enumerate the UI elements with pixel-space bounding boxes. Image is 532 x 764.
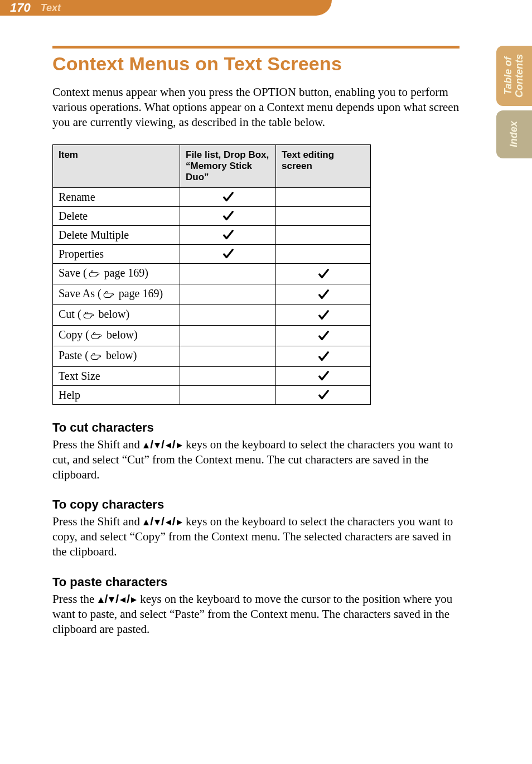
pointing-hand-icon <box>88 268 100 281</box>
file-list-cell <box>180 284 276 304</box>
item-ref: below <box>99 308 126 320</box>
item-cell: Rename <box>53 187 180 206</box>
pointing-hand-icon <box>90 351 102 364</box>
file-list-cell <box>180 385 276 404</box>
text-editing-cell <box>276 304 371 325</box>
item-label: Save <box>59 267 80 279</box>
th-text-editing: Text editing screen <box>276 144 371 187</box>
item-ref: page 169 <box>119 287 159 299</box>
section-heading: To paste characters <box>52 575 460 589</box>
svg-marker-1 <box>154 443 160 448</box>
section-body: Press the Shift and /// keys on the keyb… <box>52 437 460 482</box>
tab-index-label: Index <box>509 121 520 147</box>
file-list-cell <box>180 346 276 366</box>
arrow-keys-icon: /// <box>98 592 138 607</box>
file-list-cell <box>180 366 276 385</box>
arrow-keys-icon: /// <box>143 514 183 529</box>
check-icon <box>180 210 275 222</box>
item-ref: below <box>107 328 134 341</box>
svg-marker-11 <box>131 597 137 603</box>
text-editing-cell <box>276 263 371 284</box>
table-row: Copy ( below) <box>53 325 371 346</box>
intro-paragraph: Context menus appear when you press the … <box>52 85 460 130</box>
page-header-strip: 170 Text <box>0 0 312 16</box>
svg-marker-8 <box>98 597 104 603</box>
table-header-row: Item File list, Drop Box, “Memory Stick … <box>53 144 371 187</box>
item-cell: Cut ( below) <box>53 304 180 325</box>
pointing-hand-icon <box>103 289 115 302</box>
svg-marker-9 <box>109 597 114 603</box>
title-rule <box>52 46 460 49</box>
section-heading: To cut characters <box>52 420 460 435</box>
item-cell: Copy ( below) <box>53 325 180 346</box>
table-row: Delete <box>53 206 371 225</box>
section-body: Press the Shift and /// keys on the keyb… <box>52 514 460 559</box>
check-icon <box>276 309 370 321</box>
file-list-cell <box>180 304 276 325</box>
table-row: Help <box>53 385 371 404</box>
table-row: Paste ( below) <box>53 346 371 366</box>
page-root: { "header": { "page_number": "170", "sec… <box>0 0 532 764</box>
file-list-cell <box>180 263 276 284</box>
svg-marker-3 <box>177 443 182 448</box>
svg-marker-7 <box>177 520 182 525</box>
svg-marker-10 <box>120 597 125 603</box>
th-file-list: File list, Drop Box, “Memory Stick Duo” <box>180 144 276 187</box>
item-cell: Paste ( below) <box>53 346 180 366</box>
content-area: Context Menus on Text Screens Context me… <box>52 46 460 637</box>
item-cell: Delete <box>53 206 180 225</box>
svg-marker-0 <box>143 443 149 448</box>
item-cell: Properties <box>53 244 180 263</box>
table-row: Cut ( below) <box>53 304 371 325</box>
file-list-cell <box>180 206 276 225</box>
item-label: Save As <box>59 287 95 299</box>
table-row: Delete Multiple <box>53 225 371 244</box>
table-row: Rename <box>53 187 371 206</box>
check-icon <box>276 350 370 362</box>
page-number: 170 <box>10 1 31 15</box>
item-label: Copy <box>59 328 83 341</box>
check-icon <box>180 229 275 241</box>
section-prefix: Press the <box>52 592 98 606</box>
item-cell: Save ( page 169) <box>53 263 180 284</box>
section-prefix: Press the Shift and <box>52 438 143 451</box>
item-cell: Delete Multiple <box>53 225 180 244</box>
header-strip-curve <box>309 0 332 16</box>
pointing-hand-icon <box>90 330 103 343</box>
th-item: Item <box>53 144 180 187</box>
svg-marker-6 <box>166 520 171 525</box>
check-icon <box>276 330 370 342</box>
file-list-cell <box>180 225 276 244</box>
text-editing-cell <box>276 187 371 206</box>
text-editing-cell <box>276 244 371 263</box>
tab-toc-label: Table of Contents <box>503 54 525 98</box>
section-prefix: Press the Shift and <box>52 515 143 528</box>
file-list-cell <box>180 244 276 263</box>
text-editing-cell <box>276 366 371 385</box>
tab-table-of-contents[interactable]: Table of Contents <box>496 46 532 106</box>
item-label: Paste <box>59 349 82 361</box>
header-section-label: Text <box>41 2 61 14</box>
tab-index[interactable]: Index <box>496 110 532 158</box>
section-heading: To copy characters <box>52 497 460 512</box>
table-row: Properties <box>53 244 371 263</box>
check-icon <box>276 370 370 382</box>
section-body: Press the /// keys on the keyboard to mo… <box>52 592 460 637</box>
item-ref: page 169 <box>104 267 145 279</box>
check-icon <box>180 248 275 260</box>
text-editing-cell <box>276 206 371 225</box>
table-row: Save ( page 169) <box>53 263 371 284</box>
context-menu-table: Item File list, Drop Box, “Memory Stick … <box>52 144 371 405</box>
item-cell: Help <box>53 385 180 404</box>
file-list-cell <box>180 325 276 346</box>
text-editing-cell <box>276 284 371 304</box>
item-cell: Save As ( page 169) <box>53 284 180 304</box>
item-cell: Text Size <box>53 366 180 385</box>
check-icon <box>276 268 370 280</box>
check-icon <box>180 191 275 203</box>
item-label: Cut <box>59 308 75 320</box>
page-title: Context Menus on Text Screens <box>52 53 460 75</box>
svg-marker-4 <box>143 520 149 525</box>
text-editing-cell <box>276 346 371 366</box>
text-editing-cell <box>276 385 371 404</box>
